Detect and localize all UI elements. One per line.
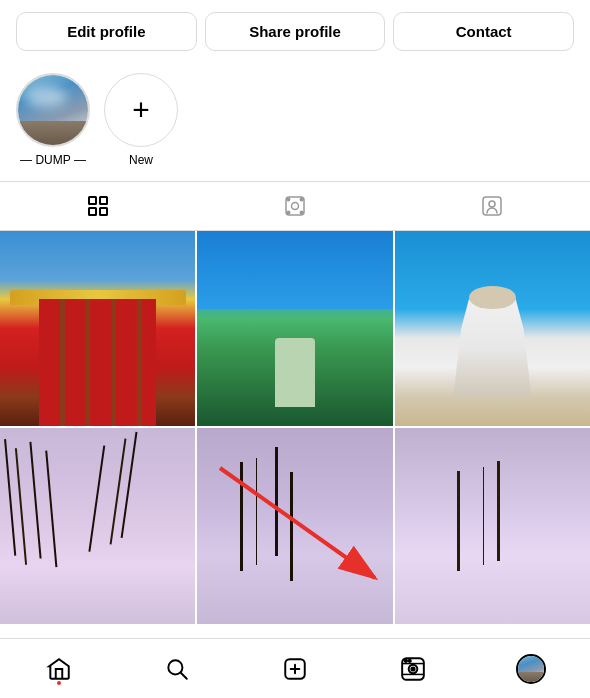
story-dump-label: — DUMP — (20, 153, 86, 167)
svg-point-5 (291, 203, 298, 210)
home-active-dot (57, 681, 61, 685)
tab-grid[interactable] (84, 192, 112, 220)
nav-profile[interactable] (513, 651, 549, 687)
tab-tagged[interactable] (478, 192, 506, 220)
edit-profile-button[interactable]: Edit profile (16, 12, 197, 51)
content-tabs (0, 181, 590, 231)
nav-profile-avatar (516, 654, 546, 684)
nav-search[interactable] (159, 651, 195, 687)
stories-row: — DUMP — + New (0, 63, 590, 181)
svg-rect-2 (89, 208, 96, 215)
nav-profile-image (518, 656, 544, 682)
tab-reels[interactable] (281, 192, 309, 220)
grid-photo-4[interactable] (0, 428, 195, 623)
svg-point-21 (411, 667, 414, 670)
story-dump[interactable]: — DUMP — (16, 73, 90, 167)
story-new[interactable]: + New (104, 73, 178, 167)
svg-point-25 (409, 659, 411, 661)
svg-rect-1 (100, 197, 107, 204)
svg-point-9 (300, 211, 302, 213)
svg-point-11 (489, 201, 495, 207)
plus-icon: + (132, 93, 150, 127)
svg-point-7 (300, 198, 302, 200)
svg-point-6 (287, 198, 289, 200)
grid-photo-3[interactable] (395, 231, 590, 426)
grid-photo-5[interactable] (197, 428, 392, 623)
svg-point-8 (287, 211, 289, 213)
bottom-navigation (0, 638, 590, 698)
story-new-label: New (129, 153, 153, 167)
grid-photo-1[interactable] (0, 231, 195, 426)
svg-line-15 (181, 672, 187, 678)
grid-photo-6[interactable] (395, 428, 590, 623)
svg-rect-3 (100, 208, 107, 215)
share-profile-button[interactable]: Share profile (205, 12, 386, 51)
story-dump-avatar (16, 73, 90, 147)
contact-button[interactable]: Contact (393, 12, 574, 51)
grid-photo-2[interactable] (197, 231, 392, 426)
story-dump-image (18, 75, 88, 145)
nav-create[interactable] (277, 651, 313, 687)
photo-grid (0, 231, 590, 624)
svg-rect-0 (89, 197, 96, 204)
nav-home[interactable] (41, 651, 77, 687)
new-story-button[interactable]: + (104, 73, 178, 147)
nav-reels[interactable] (395, 651, 431, 687)
top-action-buttons: Edit profile Share profile Contact (0, 0, 590, 63)
svg-rect-10 (483, 197, 501, 215)
svg-point-24 (405, 659, 407, 661)
